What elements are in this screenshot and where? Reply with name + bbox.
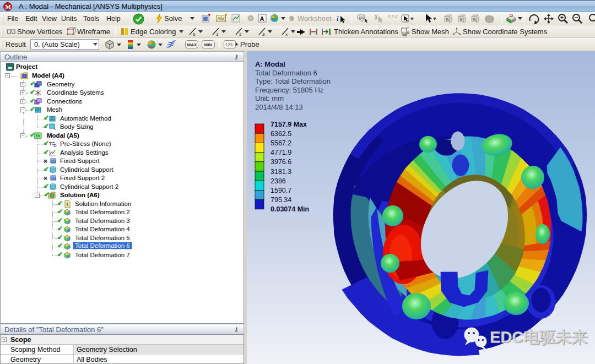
svg-text:Total Deformation 6: Total Deformation 6	[255, 69, 317, 77]
svg-text:2: 2	[239, 32, 242, 36]
svg-text:2014/4/8 14:13: 2014/4/8 14:13	[255, 103, 303, 111]
svg-text:!: !	[67, 202, 68, 207]
svg-text:6362.5: 6362.5	[271, 130, 291, 138]
svg-text:3181.3: 3181.3	[271, 168, 291, 176]
svg-text:T: T	[49, 141, 52, 146]
svg-text:100: 100	[359, 16, 365, 19]
svg-text:MAX: MAX	[187, 42, 197, 47]
svg-text:123: 123	[225, 42, 233, 47]
svg-text:i: i	[337, 14, 339, 23]
svg-text:M: M	[5, 3, 11, 10]
svg-text:A: Modal: A: Modal	[255, 60, 285, 68]
svg-text:MIN: MIN	[204, 42, 213, 47]
svg-text:EDC电驱未来: EDC电驱未来	[490, 328, 587, 346]
svg-text:x: x	[285, 32, 288, 36]
svg-text:5567.2: 5567.2	[271, 139, 291, 147]
svg-text:1590.7: 1590.7	[271, 187, 291, 194]
svg-text:7157.9 Max: 7157.9 Max	[271, 121, 307, 128]
svg-text:Frequency: 51805 Hz: Frequency: 51805 Hz	[255, 86, 323, 94]
svg-text:Type: Total Deformation: Type: Total Deformation	[255, 77, 331, 85]
svg-text:Abc: Abc	[217, 16, 226, 21]
svg-text:1: 1	[216, 32, 219, 36]
svg-text:4771.9: 4771.9	[271, 149, 291, 156]
svg-text:A: A	[260, 15, 264, 22]
svg-text:3: 3	[262, 32, 265, 36]
svg-text:2386: 2386	[271, 177, 286, 185]
svg-text:6: 6	[193, 32, 196, 36]
svg-text:Unit: mm: Unit: mm	[255, 94, 284, 102]
svg-text:795.34: 795.34	[271, 196, 291, 204]
svg-text:0.03074 Min: 0.03074 Min	[271, 205, 309, 213]
svg-text:3976.6: 3976.6	[271, 158, 291, 166]
